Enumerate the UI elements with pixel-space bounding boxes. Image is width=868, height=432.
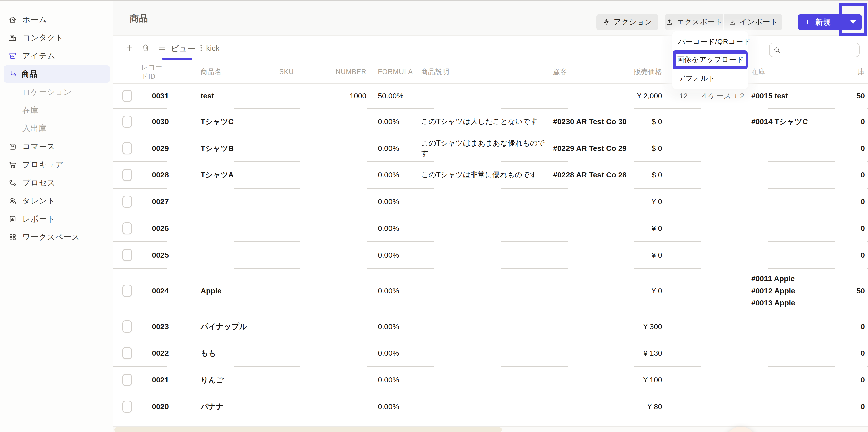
- row-checkbox[interactable]: [122, 222, 132, 234]
- cell-cust: #0229 AR Test Co 29: [549, 135, 630, 161]
- home-icon: [8, 15, 17, 24]
- stock-link[interactable]: #0014 TシャツC: [751, 115, 808, 128]
- table-row[interactable]: 0030TシャツC0.00%このTシャツは大したことないです#0230 AR T…: [113, 108, 868, 135]
- table-row[interactable]: 0020バナナ0.00%¥ 800: [113, 393, 868, 420]
- stock-link[interactable]: #0013 Apple: [751, 297, 795, 309]
- cell-cust: [549, 269, 630, 313]
- cell-price: ¥ 100: [630, 367, 668, 393]
- stock-link[interactable]: #0012 Apple: [751, 285, 795, 297]
- cell-num: [304, 420, 373, 427]
- table-row[interactable]: 0022もも0.00%¥ 1300: [113, 340, 868, 366]
- sidebar-item-label: 在庫: [23, 105, 38, 115]
- new-button[interactable]: + 新規: [798, 14, 862, 30]
- actions-button[interactable]: アクション: [596, 14, 658, 30]
- cell-count: 0: [829, 340, 868, 366]
- stock-link[interactable]: #0011 Apple: [751, 273, 795, 285]
- menu-item-default[interactable]: デフォルト: [672, 71, 748, 86]
- row-checkbox[interactable]: [122, 90, 132, 102]
- export-button[interactable]: エクスポート: [665, 14, 723, 30]
- sidebar-item-process[interactable]: プロセス: [0, 174, 113, 192]
- sidebar-item-contacts[interactable]: コンタクト: [0, 29, 113, 47]
- cell-qty: [668, 189, 691, 215]
- cell-sunits: [691, 394, 746, 420]
- sidebar-item-talent[interactable]: タレント: [0, 192, 113, 210]
- sidebar-item-commerce[interactable]: コマース: [0, 137, 113, 156]
- tab-view[interactable]: ビュー: [171, 43, 196, 54]
- table-row[interactable]: 00250.00%¥ 00: [113, 241, 868, 268]
- col-number[interactable]: NUMBER: [304, 60, 373, 83]
- select-cell: [113, 215, 141, 241]
- table-row[interactable]: 00270.00%¥ 00: [113, 188, 868, 215]
- col-formula[interactable]: FORMULA: [373, 60, 418, 83]
- table-row[interactable]: 0031test100050.00%¥ 2,000124 ケース + 2#001…: [113, 84, 868, 108]
- cell-name: パイナップル: [194, 313, 270, 340]
- cell-price: ¥ 2,000: [630, 84, 668, 108]
- cell-cust: [549, 189, 630, 215]
- cell-num: [304, 269, 373, 313]
- sidebar-item-home[interactable]: ホーム: [0, 10, 113, 29]
- sidebar-item-label: レポート: [23, 214, 55, 224]
- col-product-name[interactable]: 商品名: [194, 60, 270, 83]
- table-row[interactable]: 0024Apple0.00%¥ 0#0011 Apple#0012 Apple#…: [113, 268, 868, 313]
- menu-item-barcode-qrcode[interactable]: バーコード/QRコード: [672, 34, 748, 49]
- col-record-id[interactable]: レコードID: [141, 60, 194, 83]
- cell-sunits: [691, 162, 746, 188]
- plus-icon: [125, 43, 134, 52]
- cell-price: ¥ 0: [630, 215, 668, 241]
- table-row[interactable]: 0029TシャツB0.00%このTシャツはまあまあな優れものです#0229 AR…: [113, 135, 868, 161]
- horizontal-scrollbar-track[interactable]: [113, 427, 868, 432]
- import-button[interactable]: インポート: [724, 14, 782, 30]
- delete-button[interactable]: [140, 42, 152, 54]
- row-checkbox[interactable]: [122, 249, 132, 261]
- table-row[interactable]: 00260.00%¥ 00: [113, 215, 868, 241]
- col-description[interactable]: 商品説明: [418, 60, 549, 83]
- cell-name: TシャツC: [194, 108, 270, 135]
- cell-for: 0.00%: [373, 340, 418, 366]
- cell-count: 0: [829, 242, 868, 268]
- row-checkbox[interactable]: [122, 347, 132, 359]
- sidebar-item-report[interactable]: レポート: [0, 210, 113, 228]
- sidebar-item-products[interactable]: 商品: [3, 65, 110, 82]
- cell-sku: [270, 84, 304, 108]
- sidebar-item-inventory[interactable]: 在庫: [0, 101, 113, 119]
- search-box[interactable]: [769, 42, 860, 57]
- row-checkbox[interactable]: [122, 169, 132, 181]
- col-price[interactable]: 販売価格: [630, 60, 668, 83]
- cell-stock: [746, 189, 829, 215]
- table-row[interactable]: 0021りんご0.00%¥ 1000: [113, 366, 868, 393]
- row-checkbox[interactable]: [122, 196, 132, 208]
- add-view-button[interactable]: [123, 42, 135, 54]
- cell-desc: [418, 269, 549, 313]
- row-checkbox[interactable]: [122, 374, 132, 386]
- stock-link[interactable]: #0015 test: [751, 90, 788, 102]
- table-row[interactable]: 0023パイナップル0.00%¥ 3000: [113, 313, 868, 340]
- menu-item-upload-image[interactable]: 画像をアップロード: [673, 51, 748, 69]
- row-checkbox[interactable]: [122, 285, 132, 297]
- search-input[interactable]: [783, 46, 848, 54]
- list-view-button[interactable]: [156, 42, 168, 54]
- cell-count: 50: [829, 84, 868, 108]
- cell-id: 0025: [141, 242, 194, 268]
- table-row[interactable]: 0028TシャツA0.00%このTシャツは非常に優れものです#0228 AR T…: [113, 161, 868, 188]
- row-checkbox[interactable]: [122, 321, 132, 333]
- horizontal-scrollbar-thumb[interactable]: [114, 427, 502, 432]
- col-stock-count[interactable]: 庫: [829, 60, 868, 83]
- sidebar-item-workspace[interactable]: ワークスペース: [0, 228, 113, 246]
- col-customer[interactable]: 顧客: [549, 60, 630, 83]
- row-checkbox[interactable]: [122, 401, 132, 412]
- chevron-down-icon[interactable]: [850, 21, 856, 24]
- col-stock[interactable]: 在庫: [746, 60, 829, 83]
- sidebar-item-locations[interactable]: ロケーション: [0, 83, 113, 101]
- sidebar-item-items[interactable]: アイテム: [0, 47, 113, 65]
- row-checkbox[interactable]: [122, 142, 132, 154]
- sidebar-item-procure[interactable]: プロキュア: [0, 156, 113, 174]
- col-sku[interactable]: SKU: [270, 60, 304, 83]
- current-view-name[interactable]: kick: [206, 44, 219, 53]
- more-options-button[interactable]: [195, 42, 207, 54]
- select-cell: [113, 135, 141, 161]
- cell-qty: [668, 215, 691, 241]
- row-checkbox[interactable]: [122, 115, 132, 128]
- sidebar-item-label: ワークスペース: [23, 232, 80, 242]
- sidebar-item-label: アイテム: [23, 51, 55, 61]
- sidebar-item-in-out[interactable]: 入出庫: [0, 119, 113, 137]
